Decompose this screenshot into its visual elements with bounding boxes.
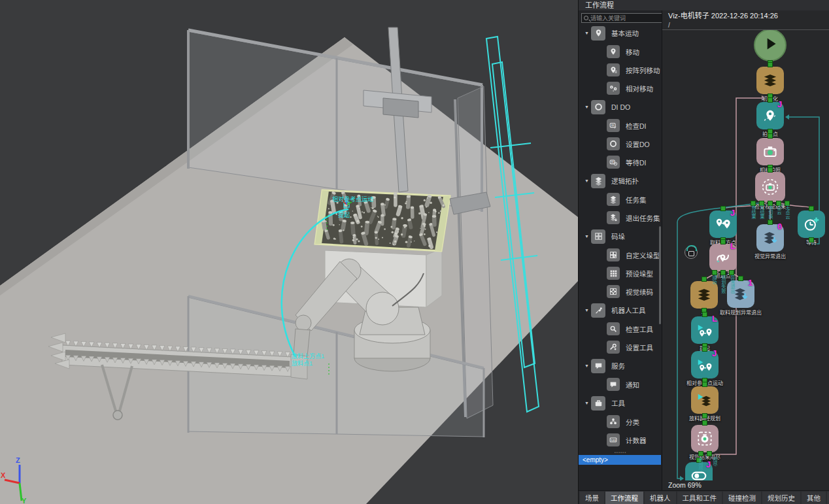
search-box[interactable] [581, 13, 662, 23]
tree-item-0-0[interactable]: 移动 [579, 42, 662, 61]
camera-icon [761, 143, 779, 161]
node-port[interactable] [768, 133, 773, 139]
node-port[interactable] [702, 413, 707, 418]
port-label: 成功 [711, 275, 717, 284]
search-icon [584, 16, 588, 20]
tree-item-3-1[interactable]: 预设垛型 [579, 264, 662, 282]
node-badge: J [730, 208, 735, 218]
pins2-icon [714, 215, 732, 233]
layers-icon [591, 174, 605, 188]
tree-item-4-0[interactable]: 检查工具 [579, 320, 662, 338]
camsquare-icon [696, 429, 714, 448]
chevron-down-icon[interactable] [584, 308, 591, 312]
tree-item-2-0[interactable]: 任务集 [579, 190, 662, 209]
chevron-down-icon[interactable] [584, 178, 591, 183]
tree-group-label: DI DO [611, 103, 630, 111]
viewport-label-3: 放料点1 [292, 360, 313, 367]
tab-0[interactable]: 场景 [580, 492, 604, 504]
node-port[interactable] [702, 346, 707, 352]
tree-group-1[interactable]: DI DO [579, 97, 662, 116]
tree-item-label: 退出任务集 [626, 213, 660, 223]
tree-item-3-2[interactable]: 视觉续码 [579, 282, 662, 301]
tree-item-label: 设置工具 [626, 343, 653, 352]
splitter-handle[interactable] [579, 450, 662, 455]
pallet-custom-icon [607, 248, 620, 261]
tree-item-0-1[interactable]: 按阵列移动 [579, 61, 662, 79]
tab-2[interactable]: 机器人 [645, 492, 676, 504]
node-port[interactable] [720, 270, 726, 275]
tree-item-3-0[interactable]: 自定义垛型 [579, 246, 662, 264]
empty-selection-bar[interactable]: <empty> [579, 455, 661, 465]
node-port[interactable] [698, 451, 703, 456]
tab-5[interactable]: 规划历史 [762, 492, 800, 504]
axis-label-y: Y [22, 497, 27, 504]
graph-node-wait[interactable] [798, 210, 825, 238]
node-port[interactable] [702, 420, 707, 426]
graph-node-pick[interactable] [690, 281, 718, 309]
tree-group-0[interactable]: 基本运动 [579, 24, 662, 42]
tab-4[interactable]: 碰撞检测 [723, 492, 761, 504]
tree-group-3[interactable]: 码垛 [579, 227, 662, 246]
tree-item-label: 设置DO [626, 139, 650, 149]
layers-exit-icon [607, 211, 620, 224]
node-port[interactable] [702, 312, 707, 317]
search-input[interactable] [588, 15, 662, 22]
tree-item-1-0[interactable]: DI 检查DI [579, 116, 662, 135]
tab-6[interactable]: 其他 [802, 492, 826, 504]
skill-tree: 基本运动 移动 按阵列移动 相对移动 DI DODI 检查DI 设置DODI 等… [579, 24, 662, 490]
graph-node-start[interactable] [754, 30, 787, 61]
node-port[interactable] [809, 206, 814, 211]
chevron-down-icon[interactable] [584, 363, 591, 368]
tree-item-6-1[interactable]: 123 计数器 [579, 431, 662, 449]
tree-group-label: 工具 [611, 398, 625, 408]
graph-node-cam[interactable] [756, 138, 784, 165]
port-label: 规划失败 [720, 275, 726, 294]
tree-item-1-2[interactable]: DI 等待DI [579, 153, 662, 171]
node-port[interactable] [702, 277, 707, 282]
graph-node-init[interactable] [756, 67, 784, 94]
tab-3[interactable]: 工具和工件 [677, 492, 722, 504]
breadcrumb: / [662, 22, 829, 30]
node-port[interactable] [768, 167, 773, 173]
node-port[interactable] [702, 382, 707, 387]
graph-node-check[interactable] [755, 172, 785, 202]
tree-group-2[interactable]: 逻辑拓扑 [579, 171, 662, 190]
graph-canvas[interactable]: 初始化J拍照点相机拍照检查视觉结果J取料上方点0视觉异常退出等待L抓取点抓1取料… [662, 30, 829, 480]
chevron-down-icon[interactable] [584, 31, 591, 35]
node-port[interactable] [768, 220, 773, 225]
tree-item-0-2[interactable]: 相对移动 [579, 79, 662, 97]
graph-node-place[interactable] [691, 386, 719, 414]
graph-node-exhaust[interactable] [691, 425, 719, 452]
chevron-down-icon[interactable] [584, 401, 591, 405]
node-port[interactable] [712, 270, 717, 275]
node-port[interactable] [729, 270, 734, 275]
tree-group-5[interactable]: 服务 [579, 356, 662, 375]
node-port[interactable] [738, 276, 743, 281]
tree-item-6-0[interactable]: 分类 [579, 412, 662, 431]
tree-group-6[interactable]: 工具 [579, 394, 662, 412]
chevron-down-icon[interactable] [584, 234, 591, 239]
tree-item-4-1[interactable]: 设置工具 [579, 338, 662, 356]
node-port[interactable] [707, 451, 712, 456]
skill-tree-panel: 基本运动 移动 按阵列移动 相对移动 DI DODI 检查DI 设置DODI 等… [579, 10, 662, 490]
node-port[interactable] [768, 62, 773, 67]
axis-label-z: Z [16, 456, 20, 464]
tree-group-4[interactable]: 机器人工具 [579, 301, 662, 320]
viewport-3d[interactable]: 相对参考点运动提起放料上方点1放料点1 ZXY [0, 0, 578, 504]
pallet-vision-icon [607, 285, 620, 298]
tree-item-label: 分类 [626, 417, 639, 427]
node-label: 视觉结果用尽 [669, 453, 741, 460]
tree-item-label: 计数器 [626, 435, 647, 445]
node-port[interactable] [720, 206, 726, 211]
tab-1[interactable]: 工作流程 [605, 492, 643, 504]
tree-item-5-0[interactable]: 通知 [579, 375, 662, 394]
tree-item-1-1[interactable]: 设置DO [579, 135, 662, 153]
node-port[interactable] [720, 239, 726, 244]
chevron-down-icon[interactable] [584, 105, 591, 109]
tree-scrollbar[interactable] [659, 226, 661, 324]
pin-icon [607, 45, 620, 58]
node-badge: L [730, 241, 736, 251]
tree-item-2-1[interactable]: 退出任务集 [579, 209, 662, 227]
node-port[interactable] [768, 97, 773, 103]
node-port[interactable] [809, 237, 814, 243]
